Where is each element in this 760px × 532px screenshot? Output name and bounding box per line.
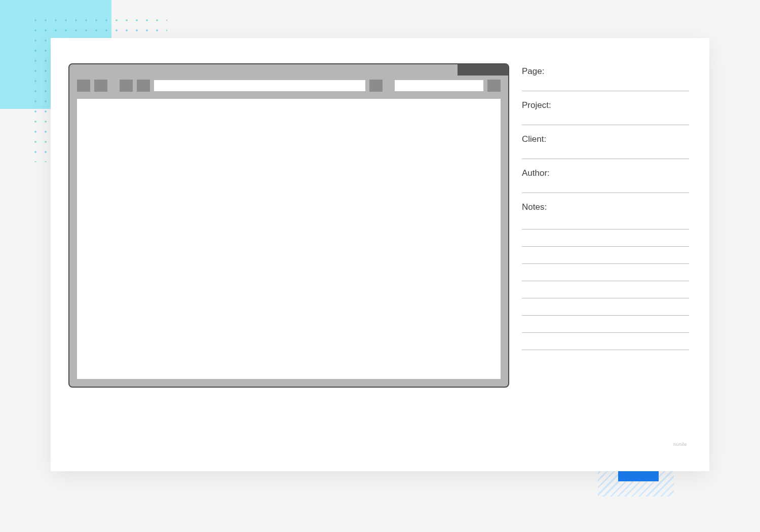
client-label: Client: (522, 134, 689, 144)
search-input[interactable] (395, 80, 483, 91)
browser-tabbar (69, 64, 508, 75)
address-bar[interactable] (154, 80, 365, 91)
nav-forward-button[interactable] (94, 80, 107, 92)
bookmark-button[interactable] (369, 80, 383, 92)
author-field: Author: (522, 168, 689, 193)
browser-toolbar (69, 80, 508, 92)
notes-line[interactable] (522, 263, 689, 264)
nav-reload-button[interactable] (120, 80, 133, 92)
browser-active-tab[interactable] (458, 64, 508, 75)
notes-label: Notes: (522, 202, 689, 212)
notes-line[interactable] (522, 315, 689, 316)
notes-line[interactable] (522, 332, 689, 333)
project-label: Project: (522, 100, 689, 110)
template-card: Page: Project: Client: Author: Notes: (51, 38, 709, 471)
menu-button[interactable] (487, 80, 501, 92)
notes-line[interactable] (522, 281, 689, 281)
watermark-text: nunile (673, 442, 687, 447)
notes-field: Notes: (522, 202, 689, 350)
author-label: Author: (522, 168, 689, 178)
notes-line[interactable] (522, 246, 689, 247)
page-field: Page: (522, 66, 689, 91)
browser-wireframe (68, 63, 509, 388)
browser-viewport[interactable] (77, 99, 501, 379)
page-input-line[interactable] (522, 91, 689, 91)
client-input-line[interactable] (522, 159, 689, 159)
page-label: Page: (522, 66, 689, 77)
project-input-line[interactable] (522, 125, 689, 125)
nav-home-button[interactable] (137, 80, 150, 92)
project-field: Project: (522, 100, 689, 125)
nav-back-button[interactable] (77, 80, 90, 92)
notes-line[interactable] (522, 350, 689, 350)
author-input-line[interactable] (522, 193, 689, 193)
metadata-panel: Page: Project: Client: Author: Notes: (522, 63, 689, 446)
notes-line[interactable] (522, 298, 689, 298)
notes-line[interactable] (522, 229, 689, 230)
client-field: Client: (522, 134, 689, 159)
